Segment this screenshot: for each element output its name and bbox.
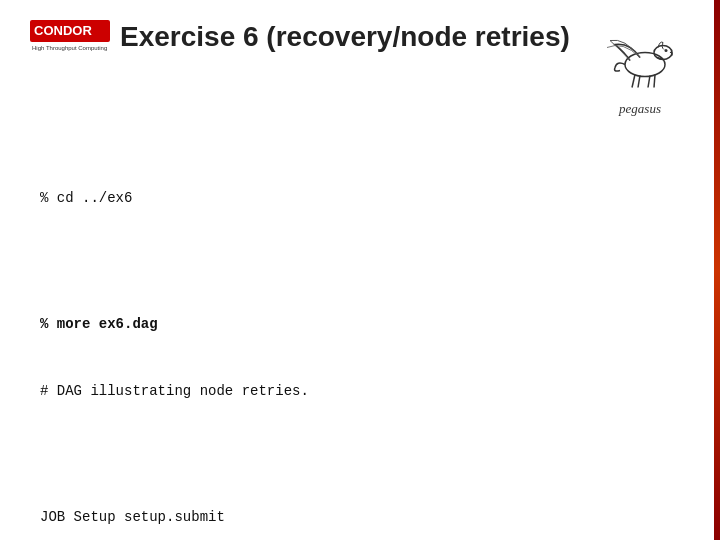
pegasus-area: pegasus <box>590 20 690 117</box>
svg-line-8 <box>648 76 650 88</box>
code-line-1: % cd ../ex6 <box>40 187 690 209</box>
slide-container: CONDOR High Throughput Computing Exercis… <box>0 0 720 540</box>
condor-logo-svg: CONDOR High Throughput Computing <box>30 20 110 58</box>
code-line-3: # DAG illustrating node retries. <box>40 380 690 402</box>
slide-title: Exercise 6 (recovery/node retries) <box>120 20 590 54</box>
svg-line-9 <box>654 75 655 88</box>
right-border-accent <box>714 0 720 540</box>
spacer-2 <box>40 447 690 461</box>
code-line-2: % more ex6.dag <box>40 313 690 335</box>
title-area: Exercise 6 (recovery/node retries) <box>110 20 590 54</box>
slide-header: CONDOR High Throughput Computing Exercis… <box>30 20 690 117</box>
pegasus-label: pegasus <box>590 101 690 117</box>
svg-text:High Throughput Computing: High Throughput Computing <box>32 45 107 51</box>
code-line-5: JOB Setup setup.submit <box>40 506 690 528</box>
code-content: % cd ../ex6 % more ex6.dag # DAG illustr… <box>30 137 690 540</box>
spacer-1 <box>40 254 690 268</box>
pegasus-illustration <box>595 20 685 95</box>
code-block: % cd ../ex6 % more ex6.dag # DAG illustr… <box>40 142 690 540</box>
svg-line-6 <box>632 75 635 88</box>
condor-logo: CONDOR High Throughput Computing <box>30 20 110 60</box>
svg-text:CONDOR: CONDOR <box>34 23 92 38</box>
svg-line-7 <box>638 76 640 88</box>
svg-point-10 <box>665 49 668 52</box>
svg-point-3 <box>625 53 665 77</box>
